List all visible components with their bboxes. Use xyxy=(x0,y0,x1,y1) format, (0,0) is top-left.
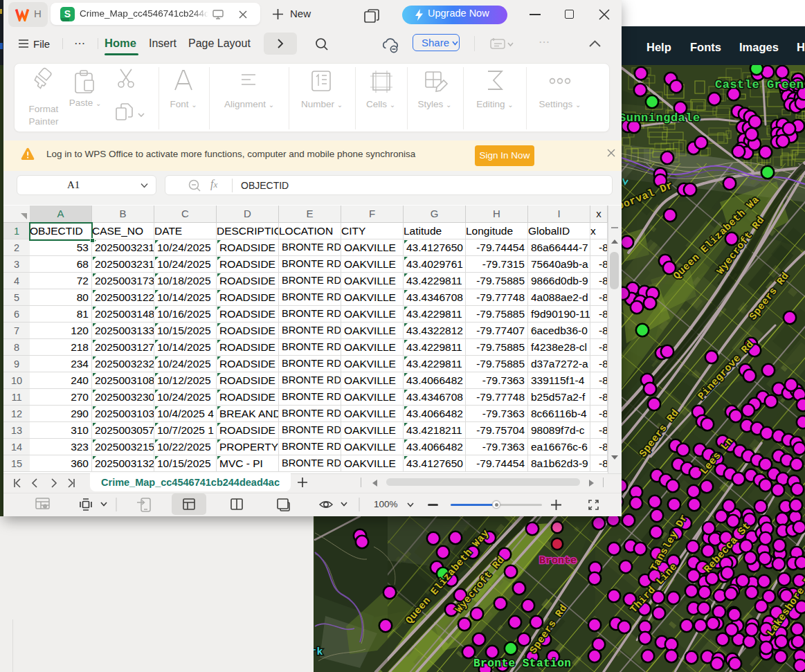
svg-text:Castle Green: Castle Green xyxy=(715,78,804,91)
svg-text:Bronte: Bronte xyxy=(539,555,577,567)
svg-text:Bronte Station: Bronte Station xyxy=(473,657,571,670)
svg-text:Sunningdale: Sunningdale xyxy=(619,111,700,125)
